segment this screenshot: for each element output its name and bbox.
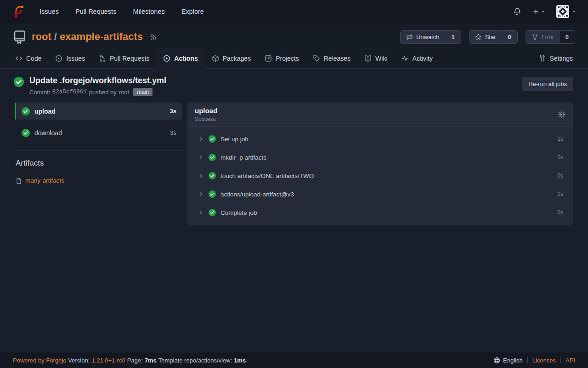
- artifact-link-many-artifacts[interactable]: many-artifacts: [16, 177, 182, 184]
- step-row-complete-job[interactable]: Complete job 0s: [187, 203, 573, 222]
- chevron-down-icon: [572, 10, 576, 14]
- notifications-bell-icon[interactable]: [513, 7, 521, 16]
- version-value[interactable]: 1.21.0+1-rc0: [91, 357, 125, 364]
- success-check-icon: [209, 209, 216, 216]
- run-info: Update .forgejo/workflows/test.yml Commi…: [29, 76, 166, 96]
- step-name: touch artifacts/ONE artifacts/TWO: [220, 172, 314, 179]
- success-check-icon: [209, 172, 216, 179]
- language-selector[interactable]: English: [493, 357, 523, 364]
- success-check-icon: [209, 154, 216, 161]
- file-icon: [16, 178, 22, 184]
- success-check-icon: [22, 129, 30, 137]
- book-icon: [364, 55, 372, 62]
- run-title: Update .forgejo/workflows/test.yml: [29, 76, 166, 86]
- tab-label: Packages: [223, 55, 251, 62]
- tab-code[interactable]: Code: [8, 48, 48, 68]
- job-steps-list: Set up job 1s mkdir -p artifacts 0s touc…: [187, 127, 573, 225]
- tab-label: Pull Requests: [110, 55, 149, 62]
- active-job-indicator: [15, 103, 16, 120]
- step-duration: 1s: [557, 191, 563, 197]
- project-board-icon: [265, 55, 272, 62]
- job-options-gear-icon[interactable]: [558, 110, 566, 119]
- step-row-mkdir[interactable]: mkdir -p artifacts 0s: [187, 148, 573, 167]
- rss-icon[interactable]: [150, 33, 158, 41]
- tag-icon: [313, 55, 320, 62]
- repository-icon: [13, 30, 27, 44]
- tab-label: Code: [26, 55, 41, 62]
- job-detail-title: upload: [195, 107, 217, 115]
- api-link[interactable]: API: [565, 357, 575, 364]
- success-check-icon: [14, 77, 24, 87]
- forks-count[interactable]: 0: [559, 31, 575, 43]
- nav-link-explore[interactable]: Explore: [181, 8, 204, 15]
- job-detail-titles: upload Success: [195, 107, 217, 122]
- nav-link-milestones[interactable]: Milestones: [133, 8, 164, 15]
- branch-badge[interactable]: main: [133, 88, 153, 96]
- success-check-icon: [22, 107, 30, 115]
- job-item-upload[interactable]: upload 3s: [15, 103, 182, 120]
- play-circle-icon: [163, 55, 170, 62]
- avatar: [556, 5, 569, 18]
- watch-button-group: Unwatch 1: [400, 30, 461, 44]
- commit-label: Commit: [29, 89, 50, 96]
- footer-divider: [560, 357, 561, 363]
- step-duration: 1s: [557, 136, 563, 142]
- chevron-right-icon: [198, 210, 204, 215]
- step-name: Set up job: [220, 136, 249, 143]
- chevron-right-icon: [198, 155, 204, 160]
- tab-issues[interactable]: Issues: [48, 48, 91, 68]
- stars-count[interactable]: 0: [502, 31, 517, 43]
- tab-label: Projects: [276, 55, 299, 62]
- footer-right: English Licenses API: [493, 357, 575, 364]
- forgejo-logo[interactable]: [12, 5, 26, 18]
- navbar-links: Issues Pull Requests Milestones Explore: [40, 8, 204, 15]
- job-name: download: [34, 129, 62, 137]
- pushed-by-text: pushed by: [89, 89, 117, 96]
- step-row-set-up-job[interactable]: Set up job 1s: [187, 130, 573, 148]
- repo-header: root / example-artifacts Unwatch 1: [0, 23, 588, 48]
- job-duration: 3s: [170, 129, 176, 136]
- step-duration: 0s: [557, 172, 563, 179]
- tab-pull-requests[interactable]: Pull Requests: [92, 48, 156, 68]
- fork-button[interactable]: Fork: [526, 31, 559, 43]
- tab-label: Wiki: [375, 55, 387, 62]
- nav-link-issues[interactable]: Issues: [40, 8, 59, 15]
- user-avatar-menu[interactable]: [556, 5, 576, 18]
- sidebar-divider: [15, 150, 182, 151]
- job-item-download[interactable]: download 3s: [15, 124, 182, 141]
- tab-projects[interactable]: Projects: [258, 48, 306, 68]
- step-name: Complete job: [220, 209, 257, 216]
- tab-actions[interactable]: Actions: [156, 48, 204, 69]
- fork-label: Fork: [542, 34, 554, 40]
- pull-request-icon: [99, 55, 106, 62]
- footer-left: Powered by Forgejo Version: 1.21.0+1-rc0…: [13, 357, 246, 364]
- success-check-icon: [209, 190, 216, 198]
- tab-activity[interactable]: Activity: [395, 48, 440, 68]
- nav-link-pull-requests[interactable]: Pull Requests: [75, 8, 116, 15]
- create-new-button[interactable]: [532, 8, 545, 15]
- step-row-touch[interactable]: touch artifacts/ONE artifacts/TWO 0s: [187, 167, 573, 185]
- star-button[interactable]: Star: [469, 31, 502, 43]
- job-duration: 3s: [170, 108, 176, 115]
- tab-releases[interactable]: Releases: [306, 48, 357, 68]
- navbar-right: [513, 5, 576, 18]
- package-icon: [212, 55, 219, 62]
- tab-wiki[interactable]: Wiki: [357, 48, 394, 68]
- step-name: mkdir -p artifacts: [220, 154, 266, 161]
- rerun-all-jobs-button[interactable]: Re-run all jobs: [522, 77, 573, 91]
- tab-label: Actions: [174, 55, 198, 62]
- unwatch-button[interactable]: Unwatch: [401, 31, 445, 43]
- repo-owner-link[interactable]: root: [32, 31, 51, 43]
- commit-sha: 82a5cf6961: [52, 89, 87, 95]
- page-time-label: Page:: [127, 357, 143, 364]
- star-label: Star: [485, 34, 496, 40]
- jobs-sidebar: upload 3s download 3s Artifacts many-art…: [15, 103, 182, 184]
- tab-packages[interactable]: Packages: [205, 48, 258, 68]
- powered-by-forgejo-link[interactable]: Powered by Forgejo: [13, 357, 66, 364]
- licenses-link[interactable]: Licenses: [532, 357, 556, 364]
- page-time-value: 7ms: [145, 357, 157, 364]
- watchers-count[interactable]: 1: [445, 31, 460, 43]
- step-row-upload-artifact[interactable]: actions/upload-artifact@v3 1s: [187, 185, 573, 203]
- tab-settings[interactable]: Settings: [531, 48, 580, 68]
- repo-name-link[interactable]: example-artifacts: [60, 31, 143, 43]
